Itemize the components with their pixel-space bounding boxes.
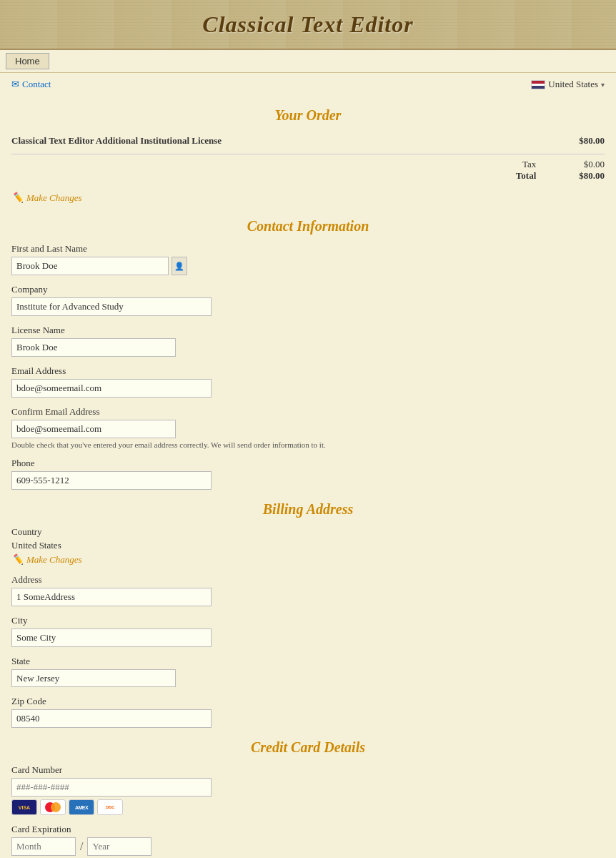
country-label: United States xyxy=(548,79,598,90)
product-name: Classical Text Editor Additional Institu… xyxy=(11,135,222,147)
license-name-label: License Name xyxy=(11,325,605,336)
total-label: Total xyxy=(516,170,536,182)
contact-section-title: Contact Information xyxy=(11,218,605,235)
state-group: State New Jersey xyxy=(11,656,605,687)
amex-icon: AMEX xyxy=(69,799,94,815)
state-select[interactable]: New Jersey xyxy=(11,669,176,687)
card-number-group: Card Number VISA AMEX DISC xyxy=(11,764,605,815)
license-name-input[interactable] xyxy=(11,338,176,357)
card-expiration-label: Card Expiration xyxy=(11,824,605,835)
confirm-email-group: Confirm Email Address Double check that … xyxy=(11,406,605,449)
email-helper-text: Double check that you've entered your em… xyxy=(11,440,426,449)
person-icon: 👤 xyxy=(174,262,184,271)
expiry-slash: / xyxy=(80,840,83,853)
order-make-changes-link[interactable]: ✏️ Make Changes xyxy=(11,192,605,204)
phone-group: Phone xyxy=(11,458,605,490)
total-value: $80.00 xyxy=(579,170,605,182)
contact-form: First and Last Name 👤 Company License Na… xyxy=(11,243,605,490)
header-banner: Classical Text Editor xyxy=(0,0,616,50)
order-divider xyxy=(11,154,605,154)
first-last-name-input[interactable] xyxy=(11,257,169,275)
zip-input[interactable] xyxy=(11,709,212,728)
license-name-group: License Name xyxy=(11,325,605,357)
company-input[interactable] xyxy=(11,297,212,316)
city-group: City xyxy=(11,615,605,647)
country-selector[interactable]: United States ▾ xyxy=(531,79,605,90)
expiry-year-input[interactable] xyxy=(87,837,151,856)
visa-icon: VISA xyxy=(11,799,37,815)
email-label: Email Address xyxy=(11,365,605,377)
billing-section-title: Billing Address xyxy=(11,501,605,518)
email-input[interactable] xyxy=(11,379,212,398)
state-label: State xyxy=(11,656,605,667)
card-number-input[interactable] xyxy=(11,778,212,797)
envelope-icon: ✉ xyxy=(11,79,19,90)
phone-input[interactable] xyxy=(11,471,212,490)
first-last-name-group: First and Last Name 👤 xyxy=(11,243,605,275)
email-group: Email Address xyxy=(11,365,605,398)
expiry-row: / xyxy=(11,837,605,856)
credit-card-form: Card Number VISA AMEX DISC Card Expirati… xyxy=(11,764,605,858)
country-group: Country United States ✏️ Make Changes xyxy=(11,526,605,566)
address-label: Address xyxy=(11,574,605,586)
product-price: $80.00 xyxy=(579,135,605,147)
billing-make-changes-link[interactable]: ✏️ Make Changes xyxy=(11,553,605,566)
company-group: Company xyxy=(11,284,605,316)
tax-value: $0.00 xyxy=(579,159,605,170)
mastercard-icon xyxy=(40,799,66,815)
country-value: United States xyxy=(11,540,605,551)
billing-form: Country United States ✏️ Make Changes Ad… xyxy=(11,526,605,728)
card-icons: VISA AMEX DISC xyxy=(11,799,605,815)
pencil-icon: ✏️ xyxy=(11,192,24,204)
credit-card-section-title: Credit Card Details xyxy=(11,739,605,756)
company-label: Company xyxy=(11,284,605,295)
card-expiration-group: Card Expiration / xyxy=(11,824,605,856)
contact-link[interactable]: ✉ Contact xyxy=(11,79,51,90)
main-content: Your Order Classical Text Editor Additio… xyxy=(0,107,616,858)
country-label: Country xyxy=(11,526,605,538)
nav-bar: Home xyxy=(0,50,616,73)
confirm-email-label: Confirm Email Address xyxy=(11,406,605,418)
svg-point-1 xyxy=(51,802,61,812)
city-input[interactable] xyxy=(11,628,212,647)
phone-label: Phone xyxy=(11,458,605,469)
discover-icon: DISC xyxy=(97,799,123,815)
name-icon-button[interactable]: 👤 xyxy=(172,257,187,275)
address-group: Address xyxy=(11,574,605,606)
tax-label: Tax xyxy=(516,159,536,170)
zip-label: Zip Code xyxy=(11,696,605,707)
app-title: Classical Text Editor xyxy=(202,11,413,38)
expiry-month-input[interactable] xyxy=(11,837,76,856)
zip-group: Zip Code xyxy=(11,696,605,728)
address-input[interactable] xyxy=(11,588,212,606)
home-button[interactable]: Home xyxy=(6,53,49,69)
pencil-icon-billing: ✏️ xyxy=(11,553,24,566)
order-item-row: Classical Text Editor Additional Institu… xyxy=(11,132,605,149)
flag-icon xyxy=(531,80,545,89)
card-number-label: Card Number xyxy=(11,764,605,776)
order-table: Classical Text Editor Additional Institu… xyxy=(11,132,605,182)
first-last-name-label: First and Last Name xyxy=(11,243,605,255)
order-section-title: Your Order xyxy=(11,107,605,124)
top-bar: ✉ Contact United States ▾ xyxy=(0,73,616,96)
confirm-email-input[interactable] xyxy=(11,420,176,438)
city-label: City xyxy=(11,615,605,626)
chevron-down-icon: ▾ xyxy=(601,81,605,89)
name-input-wrapper: 👤 xyxy=(11,257,605,275)
